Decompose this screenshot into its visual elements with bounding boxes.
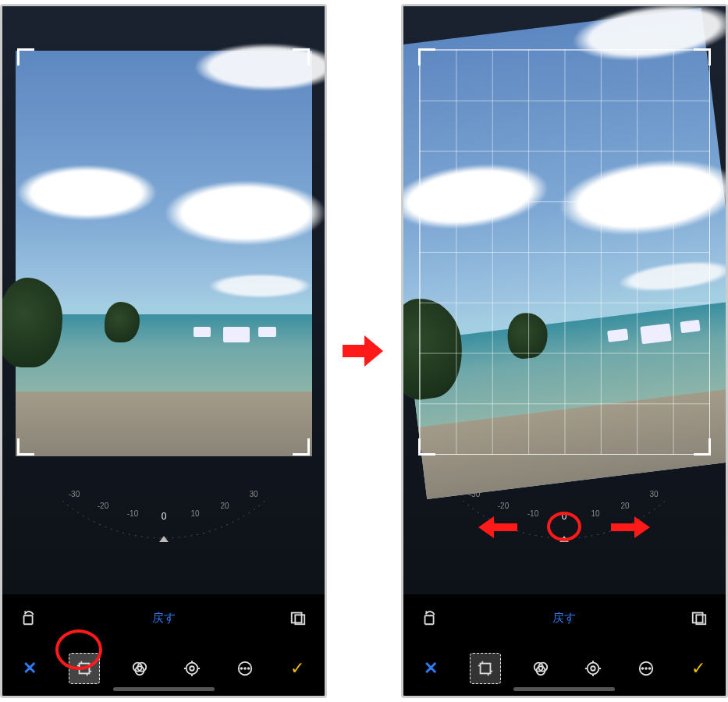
reset-button[interactable]: 戻す [152, 611, 176, 626]
home-indicator[interactable] [113, 687, 215, 691]
svg-point-14 [240, 668, 242, 669]
rotate-icon [421, 609, 439, 626]
svg-rect-17 [425, 615, 434, 624]
photo-preview[interactable] [16, 51, 312, 456]
cancel-button[interactable]: ✕ [16, 655, 43, 682]
filters-icon [131, 660, 148, 677]
rotation-dial[interactable]: -30 -20 -10 0 10 20 30 [47, 485, 281, 544]
dial-tick: -10 [126, 509, 138, 518]
dial-tick: 10 [591, 509, 601, 518]
dial-pointer-icon [159, 536, 169, 542]
more-mode-button[interactable] [633, 655, 659, 682]
dial-tick: -20 [97, 502, 108, 510]
filters-mode-button[interactable] [527, 655, 554, 682]
svg-point-25 [591, 666, 595, 671]
aspect-ratio-button[interactable] [287, 607, 309, 629]
dial-tick: -30 [469, 490, 481, 498]
svg-rect-0 [24, 615, 33, 624]
adjust-mode-button[interactable] [179, 655, 205, 682]
crop-icon [76, 660, 93, 677]
dial-tick: 10 [190, 509, 200, 518]
dial-tick: -30 [68, 490, 80, 498]
dial-tick: 20 [621, 502, 630, 510]
arrow-left-icon [474, 519, 517, 536]
phone-screenshot-after: -30 -20 -10 0 10 20 30 戻す ✕ [401, 4, 728, 698]
rotate-icon [20, 609, 37, 626]
crop-mode-button[interactable] [470, 653, 501, 684]
home-indicator[interactable] [513, 687, 615, 691]
more-icon [637, 660, 655, 677]
phone-screenshot-before: -30 -20 -10 0 10 20 30 戻す ✕ [0, 4, 327, 698]
dial-tick-center: 0 [161, 511, 166, 522]
svg-point-8 [190, 666, 194, 671]
svg-point-7 [186, 663, 198, 675]
dial-tick: 20 [220, 502, 229, 510]
annotation-drag-arrows [474, 519, 654, 536]
more-mode-button[interactable] [232, 655, 258, 682]
aspect-ratio-button[interactable] [688, 607, 710, 629]
aspect-ratio-icon [289, 609, 307, 626]
dial-pointer-icon [559, 536, 569, 542]
crop-toolbar: 戻す [403, 594, 726, 641]
svg-rect-20 [481, 664, 491, 674]
rotate-90-button[interactable] [419, 607, 441, 629]
svg-point-16 [247, 668, 249, 669]
svg-point-33 [648, 668, 650, 669]
adjust-icon [183, 660, 201, 677]
svg-rect-3 [80, 664, 90, 674]
svg-point-31 [641, 668, 643, 669]
crop-mode-button[interactable] [69, 653, 100, 684]
svg-point-32 [645, 668, 647, 669]
cancel-button[interactable]: ✕ [417, 655, 444, 682]
transition-arrow-icon [343, 335, 385, 367]
aspect-ratio-icon [691, 609, 708, 626]
svg-point-15 [244, 668, 246, 669]
photo-preview[interactable] [403, 8, 726, 499]
more-icon [236, 660, 254, 677]
filters-icon [532, 660, 549, 677]
crop-toolbar: 戻す [2, 594, 325, 641]
svg-point-24 [588, 663, 599, 675]
done-button[interactable]: ✓ [284, 655, 311, 682]
rotate-90-button[interactable] [18, 607, 40, 629]
adjust-mode-button[interactable] [580, 655, 606, 682]
dial-tick: 30 [650, 490, 659, 498]
arrow-right-icon [611, 519, 654, 536]
reset-button[interactable]: 戻す [552, 611, 576, 626]
done-button[interactable]: ✓ [685, 655, 712, 682]
dial-tick: 30 [249, 490, 258, 498]
dial-tick: -20 [498, 502, 510, 510]
dial-tick: -10 [527, 509, 539, 518]
filters-mode-button[interactable] [126, 655, 153, 682]
crop-icon [477, 660, 494, 677]
adjust-icon [584, 660, 602, 677]
